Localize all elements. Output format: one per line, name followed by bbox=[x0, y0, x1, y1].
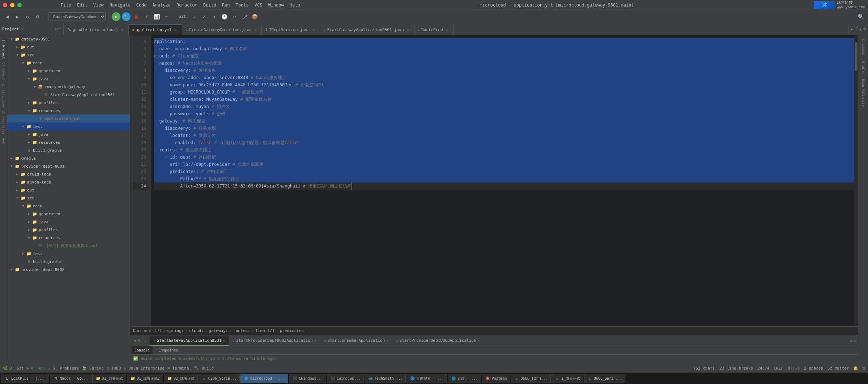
tree-item-test1[interactable]: ▼ 📁 test bbox=[7, 122, 130, 130]
scrollbar-thumb[interactable] bbox=[855, 42, 858, 71]
search-everything[interactable]: 🔍 bbox=[856, 12, 865, 21]
taskbar-microcloud[interactable]: 🔷 microcloud - ... bbox=[241, 374, 288, 383]
tree-item-java1[interactable]: ▼ 📁 java bbox=[7, 75, 130, 83]
tree-item-test2[interactable]: ▶ 📁 test bbox=[7, 250, 130, 258]
settings-button[interactable]: ⚙ bbox=[33, 12, 42, 21]
structure-panel-toggle[interactable]: Z: Structure bbox=[2, 82, 5, 109]
tree-item-generated2[interactable]: ▶ 📁 generated bbox=[7, 210, 130, 218]
tab-idept-close[interactable]: ✕ bbox=[311, 27, 316, 32]
project-panel-toggle[interactable]: 1: Project bbox=[2, 38, 5, 60]
tree-item-provider8002[interactable]: ▶ 📁 provider-dept-8002 bbox=[7, 266, 130, 273]
more-btn[interactable]: ⋯ bbox=[162, 12, 171, 21]
tree-item-profiles1[interactable]: ▶ 📁 profiles bbox=[7, 99, 130, 107]
taskbar-cmd2[interactable]: ⬛ CWindows... bbox=[327, 374, 364, 383]
run-tab-close-2[interactable]: ✕ bbox=[314, 338, 316, 342]
breadcrumb-spring[interactable]: spring: bbox=[167, 328, 184, 333]
stop-button[interactable]: ■ bbox=[132, 12, 141, 21]
taskbar-0606[interactable]: ☕ 0606_[部门... bbox=[511, 374, 551, 383]
tree-item-java2[interactable]: ▶ 📁 java bbox=[7, 130, 130, 138]
taskbar-baidu1[interactable]: 🌐 百度搜索 - ... bbox=[407, 374, 447, 383]
git-branch[interactable]: ⎇ bbox=[241, 12, 249, 21]
tree-item-provider8001[interactable]: ▼ 📁 provider-dept-8001 bbox=[7, 162, 130, 170]
notifications-icon[interactable]: 🔔 bbox=[853, 366, 858, 371]
menu-view[interactable]: View bbox=[93, 3, 104, 8]
tree-item-resources2[interactable]: ▶ 📁 resources bbox=[7, 138, 130, 146]
taskbar-1-weiyun[interactable]: ☕ 1_微云正式 bbox=[552, 374, 583, 383]
tree-item-sqlscript[interactable]: S 【部门】数据库创建脚本.sql bbox=[7, 242, 130, 250]
tab-start-gateway[interactable]: ☕ StartGatewayApplication9501.java ✕ bbox=[320, 25, 414, 35]
tree-item-gateway9501[interactable]: ▼ 📁 gateway-9501 bbox=[7, 35, 130, 43]
tree-item-buildgradle1[interactable]: G build.gradle bbox=[7, 146, 130, 154]
tree-item-resources1[interactable]: ▼ 📁 resources bbox=[7, 107, 130, 115]
git-commit[interactable]: ✓ bbox=[200, 12, 209, 21]
tab-application-yml[interactable]: ● application.yml ✕ bbox=[129, 25, 182, 35]
menu-analyze[interactable]: Analyze bbox=[152, 3, 171, 8]
project-dropdown-icon[interactable]: ▾ bbox=[21, 27, 23, 31]
status-branch[interactable]: ⎇ master bbox=[827, 366, 849, 371]
taskbar-01b[interactable]: 📁 01_部署正式2 bbox=[127, 374, 163, 383]
status-todo[interactable]: ☑ TODO bbox=[107, 366, 121, 371]
breadcrumb-cloud[interactable]: cloud: bbox=[189, 328, 204, 333]
breadcrumb-item[interactable]: Item 1/1 bbox=[255, 328, 275, 333]
back-button[interactable]: ◀ bbox=[3, 12, 12, 21]
menu-tools[interactable]: Tools bbox=[236, 3, 249, 8]
status-problems[interactable]: ⚠ 6: Problems bbox=[48, 366, 79, 371]
tab-gradle[interactable]: 🔧 gradle (microcloud) ✕ bbox=[64, 25, 129, 35]
editor-content[interactable]: 4 5 6 7 8 9 10 11 12 13 14 15 16 17 18 1… bbox=[130, 35, 858, 326]
run-tab-close-4[interactable]: ✕ bbox=[478, 338, 480, 342]
web-panel-toggle[interactable]: Web bbox=[2, 137, 5, 145]
favorites-panel-toggle[interactable]: 2: Favorites bbox=[2, 109, 5, 136]
run-tab-close-3[interactable]: ✕ bbox=[386, 338, 388, 342]
menu-vcs[interactable]: VCS bbox=[255, 3, 263, 8]
run-tab-provider3[interactable]: ☕ StartProviderDept8003Application ✕ bbox=[392, 336, 484, 346]
git-update[interactable]: ↓ bbox=[190, 12, 199, 21]
tree-item-out2[interactable]: ▶ 📂 out bbox=[7, 186, 130, 194]
collapse-icon[interactable]: ≡ bbox=[59, 26, 61, 31]
tree-item-startgateway[interactable]: C StartGatewayApplication9501 bbox=[7, 91, 130, 99]
tree-item-main1[interactable]: ▼ 📁 main bbox=[7, 59, 130, 67]
tree-item-gradle[interactable]: ▶ 📁 gradle bbox=[7, 154, 130, 162]
expand-icon-status[interactable]: ⊞ bbox=[863, 366, 865, 371]
tab-idept-service[interactable]: I IDeptService.java ✕ bbox=[262, 25, 320, 35]
tree-item-out1[interactable]: ▶ 📂 out bbox=[7, 43, 130, 51]
status-enterprise[interactable]: ☕ Java Enterprise bbox=[124, 366, 165, 371]
taskbar-nacos[interactable]: N Nacos - Go... bbox=[50, 374, 91, 383]
debug-button[interactable]: 🐛 bbox=[122, 12, 131, 21]
gear-icon[interactable]: ⚙ bbox=[55, 26, 58, 31]
tree-item-package[interactable]: ▼ 📦 com.yootk.gateway bbox=[7, 83, 130, 91]
editor-scrollbar[interactable] bbox=[854, 35, 858, 326]
collapse-icon-2[interactable]: ▼ bbox=[863, 26, 866, 31]
tab-yml-close[interactable]: ✕ bbox=[173, 27, 178, 33]
breadcrumb-gateway[interactable]: gateway: bbox=[209, 328, 228, 333]
tab-create-gateway[interactable]: ☕ CreateGatewayDatetime.java ✕ bbox=[182, 25, 262, 35]
run-settings-button[interactable]: ⚙ bbox=[850, 338, 852, 343]
tab-start-close[interactable]: ✕ bbox=[405, 27, 410, 32]
status-build[interactable]: ▶ 4: Run bbox=[27, 366, 45, 371]
menu-edit[interactable]: Edit bbox=[77, 3, 88, 8]
tree-item-profiles2[interactable]: ▶ 📁 profiles bbox=[7, 226, 130, 234]
git-stash[interactable]: 📦 bbox=[251, 12, 259, 21]
menu-refactor[interactable]: Refactor bbox=[176, 3, 197, 8]
close-run-panel[interactable]: ✕ bbox=[854, 338, 856, 343]
git-push[interactable]: ↑ bbox=[210, 12, 219, 21]
taskbar-01[interactable]: 📁 01_部署正式 bbox=[92, 374, 126, 383]
run-button[interactable]: ▶ bbox=[112, 12, 120, 21]
menu-code[interactable]: Code bbox=[136, 3, 147, 8]
run-tab-gateway[interactable]: ☕ StartGatewayApplication9501 ✕ bbox=[150, 336, 229, 346]
taskbar-editplus[interactable]: E EditPlus - [...] bbox=[1, 374, 49, 383]
gradle-panel-toggle[interactable]: Gradle bbox=[861, 58, 866, 76]
taskbar-02[interactable]: 📁 02_部署正式 bbox=[164, 374, 198, 383]
status-cursor[interactable]: 24:74 bbox=[757, 366, 769, 371]
bean-validation-panel-toggle[interactable]: Bean Validation bbox=[861, 76, 866, 111]
status-spring[interactable]: 🍃 Spring bbox=[82, 366, 103, 371]
tree-item-resources3[interactable]: ▼ 📁 resources bbox=[7, 234, 130, 242]
taskbar-baidu2[interactable]: 🌐 百度 - ... bbox=[448, 374, 481, 383]
menu-build[interactable]: Build bbox=[203, 3, 216, 8]
taskbar-0606b[interactable]: ☕ 0606_Sprin... bbox=[584, 374, 625, 383]
menu-run[interactable]: Run bbox=[222, 3, 230, 8]
tab-gateway-close[interactable]: ✕ bbox=[253, 27, 258, 32]
expand-icon[interactable]: ▲ bbox=[859, 26, 862, 31]
menu-bar[interactable]: File Edit View Navigate Code Analyze Ref… bbox=[61, 3, 300, 8]
endpoints-tab[interactable]: Endpoints bbox=[156, 346, 181, 354]
taskbar-cmd1[interactable]: ⬛ CWindows... bbox=[289, 374, 326, 383]
